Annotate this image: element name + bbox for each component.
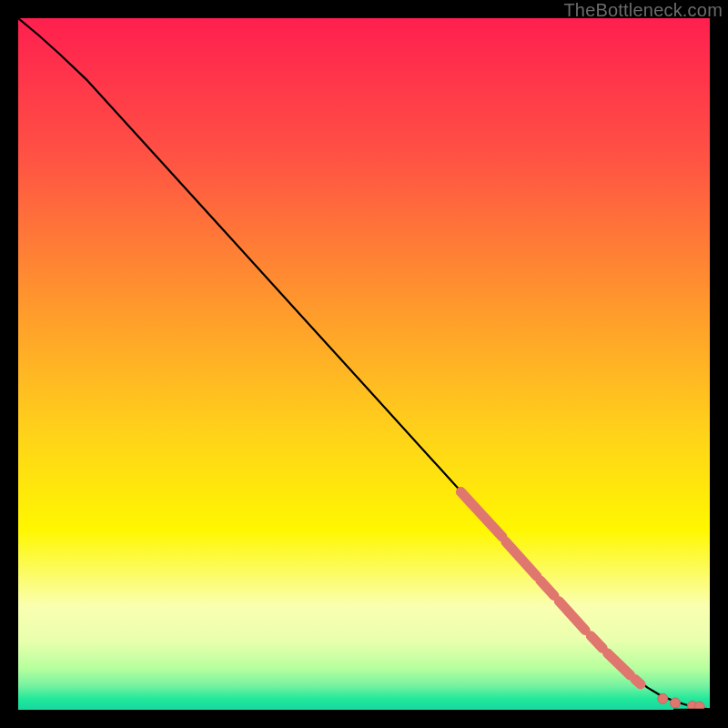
main-curve (18, 18, 710, 709)
curve-layer (18, 18, 710, 710)
highlight-segment (506, 541, 537, 576)
highlight-segment (541, 581, 554, 596)
highlight-point (694, 702, 704, 710)
chart-stage: TheBottleneck.com (0, 0, 728, 728)
highlight-segment (635, 680, 641, 684)
highlight-points (658, 693, 704, 710)
highlight-point (658, 693, 668, 703)
highlight-segment (460, 492, 502, 537)
highlight-segment (591, 636, 602, 649)
highlight-segments (460, 492, 641, 684)
highlight-segment (608, 653, 631, 675)
highlight-segment (559, 602, 585, 631)
watermark-text: TheBottleneck.com (563, 0, 723, 21)
highlight-point (671, 698, 681, 708)
plot-area (18, 18, 710, 710)
